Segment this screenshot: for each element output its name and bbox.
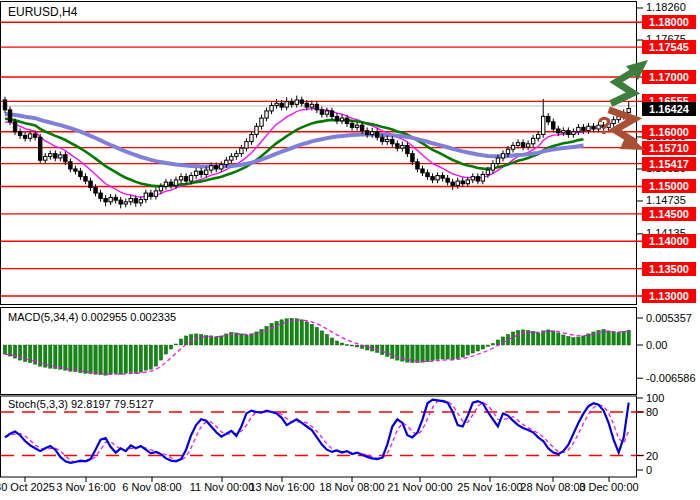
macd-scale-label: 0.005357: [646, 312, 692, 324]
level-price-box: 1.15417: [642, 157, 696, 171]
time-axis: 30 Oct 20253 Nov 16:006 Nov 08:0011 Nov …: [0, 481, 700, 499]
level-price-box: 1.15710: [642, 141, 696, 155]
stoch-scale-label: 80: [646, 406, 658, 418]
level-price-box: 1.17000: [642, 70, 696, 84]
stoch-indicator-label: Stoch(5,3,3) 92.8197 79.5127: [8, 398, 154, 410]
level-price-box: 1.14500: [642, 207, 696, 221]
price-scale-label: 1.14735: [646, 194, 686, 206]
macd-scale-label: -0.006586: [646, 372, 696, 384]
price-chart-panel[interactable]: [0, 0, 700, 306]
level-price-box: 1.16000: [642, 125, 696, 139]
price-scale-label: 1.18260: [646, 1, 686, 13]
price-axis: 1.182601.176751.159051.153201.147351.141…: [636, 0, 700, 500]
stoch-scale-label: 20: [646, 450, 658, 462]
trading-chart-window: ? EURUSD,H4 MACD(5,34,4) 0.002955 0.0023…: [0, 0, 700, 500]
current-price-box: 1.16424: [642, 102, 696, 116]
stoch-scale-label: 0: [646, 464, 652, 476]
level-price-box: 1.13000: [642, 289, 696, 303]
level-price-box: 1.13500: [642, 262, 696, 276]
symbol-timeframe-label: EURUSD,H4: [8, 5, 77, 19]
level-price-box: 1.17545: [642, 40, 696, 54]
level-price-box: 1.18000: [642, 15, 696, 29]
macd-scale-label: 0.00: [646, 339, 667, 351]
level-price-box: 1.15000: [642, 179, 696, 193]
macd-indicator-label: MACD(5,34,4) 0.002955 0.002335: [8, 311, 176, 323]
time-label: 3 Dec 00:00: [567, 481, 651, 493]
level-price-box: 1.14000: [642, 234, 696, 248]
stoch-scale-label: 100: [646, 392, 664, 404]
